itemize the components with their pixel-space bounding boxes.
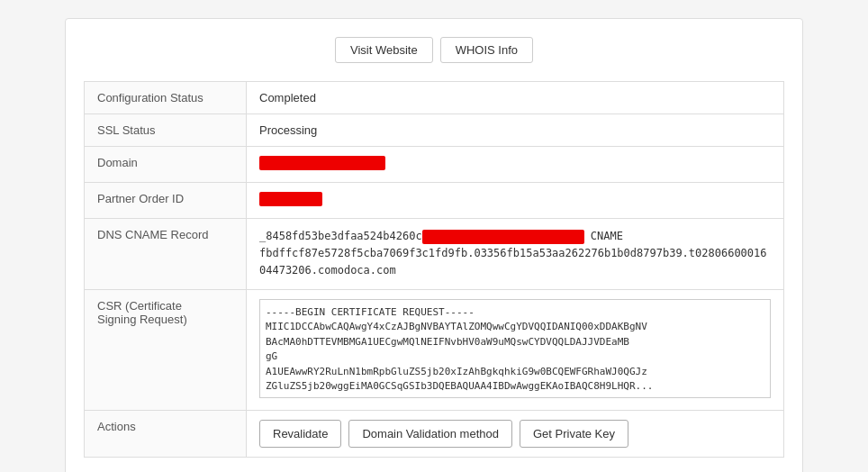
dns-cname-label: CNAME — [591, 230, 623, 242]
table-row: DNS CNAME Record _8458fd53be3dfaa524b426… — [85, 219, 784, 290]
table-row: Domain — [85, 147, 784, 183]
row-label-partner-order-id: Partner Order ID — [85, 183, 247, 219]
table-row: SSL Status Processing — [85, 114, 784, 147]
row-value-dns-cname: _8458fd53be3dfaa524b4260c CNAME fbdffcf8… — [247, 219, 784, 290]
partner-order-id-redacted — [259, 192, 322, 206]
info-table: Configuration Status Completed SSL Statu… — [84, 81, 784, 458]
row-label-ssl-status: SSL Status — [85, 114, 247, 147]
actions-cell: Revalidate Domain Validation method Get … — [259, 420, 771, 448]
domain-validation-method-button[interactable]: Domain Validation method — [348, 420, 512, 448]
csr-textarea[interactable]: -----BEGIN CERTIFICATE REQUEST----- MIIC… — [259, 299, 771, 398]
row-label-dns-cname: DNS CNAME Record — [85, 219, 247, 290]
row-value-csr: -----BEGIN CERTIFICATE REQUEST----- MIIC… — [247, 289, 784, 410]
get-private-key-button[interactable]: Get Private Key — [520, 420, 628, 448]
row-label-csr: CSR (CertificateSigning Request) — [85, 289, 247, 410]
row-label-domain: Domain — [85, 147, 247, 183]
row-value-ssl-status: Processing — [247, 114, 784, 147]
revalidate-button[interactable]: Revalidate — [259, 420, 341, 448]
dns-value-line2: fbdffcf87e5728f5cba7069f3c1fd9fb.03356fb… — [259, 247, 767, 277]
table-row: Partner Order ID — [85, 183, 784, 219]
table-row: Configuration Status Completed — [85, 82, 784, 114]
row-value-config-status: Completed — [247, 82, 784, 114]
table-row: CSR (CertificateSigning Request) -----BE… — [85, 289, 784, 410]
domain-redacted — [259, 156, 385, 170]
dns-prefix: _8458fd53be3dfaa524b4260c — [259, 230, 422, 242]
dns-redacted — [422, 230, 584, 244]
visit-website-button[interactable]: Visit Website — [335, 37, 433, 63]
row-value-partner-order-id — [247, 183, 784, 219]
dns-record-text: _8458fd53be3dfaa524b4260c CNAME fbdffcf8… — [259, 228, 771, 280]
row-value-actions: Revalidate Domain Validation method Get … — [247, 410, 784, 457]
page-container: Visit Website WHOIS Info Configuration S… — [65, 18, 803, 472]
whois-info-button[interactable]: WHOIS Info — [440, 37, 533, 63]
csr-container: -----BEGIN CERTIFICATE REQUEST----- MIIC… — [259, 299, 771, 401]
top-buttons: Visit Website WHOIS Info — [84, 37, 784, 63]
row-label-actions: Actions — [85, 410, 247, 457]
table-row: Actions Revalidate Domain Validation met… — [85, 410, 784, 457]
row-label-config-status: Configuration Status — [85, 82, 247, 114]
row-value-domain — [247, 147, 784, 183]
